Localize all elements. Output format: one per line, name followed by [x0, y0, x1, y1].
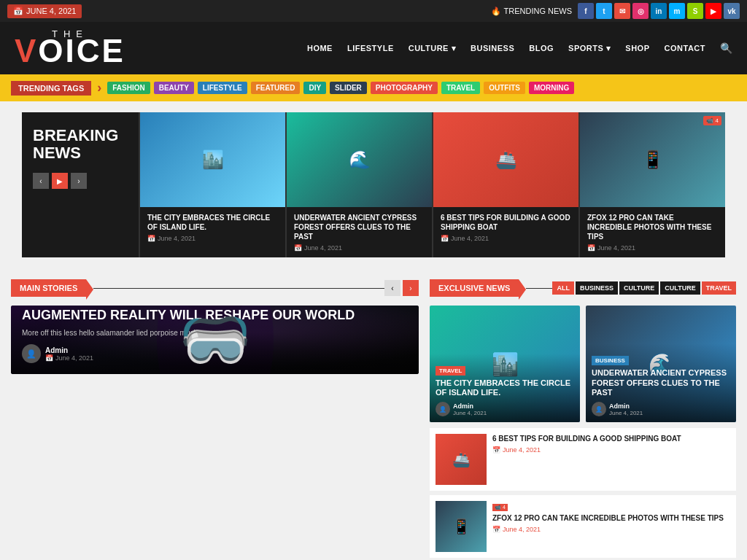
main-stories-prev[interactable]: ‹ — [384, 280, 400, 296]
twitter-icon[interactable]: t — [596, 3, 612, 19]
exclusive-tag-1: TRAVEL — [436, 366, 465, 376]
trending-tags-label: TRENDING TAGS — [11, 81, 91, 96]
breaking-item-3-title: 6 BEST TIPS FOR BUILDING A GOOD SHIPPING… — [441, 213, 571, 232]
exclusive-tag-2: BUSINESS — [592, 356, 629, 365]
breaking-controls: ‹ ▶ › — [33, 173, 128, 189]
tag-diy[interactable]: DIY — [303, 82, 326, 94]
main-stories-arrows: ‹ › — [384, 280, 419, 296]
breaking-item-4[interactable]: 📹 4 📱 ZFOX 12 PRO CAN TAKE INCREDIBLE PH… — [578, 112, 725, 257]
logo[interactable]: THE VOICE — [15, 29, 125, 67]
breaking-item-3[interactable]: 🚢 6 BEST TIPS FOR BUILDING A GOOD SHIPPI… — [432, 112, 578, 257]
exclusive-avatar-2: 👤 — [592, 402, 606, 416]
side-img-1: 🚢 — [436, 434, 487, 485]
filter-business[interactable]: BUSINESS — [576, 281, 618, 295]
vk-icon[interactable]: vk — [724, 3, 740, 19]
fire-icon: 🔥 — [491, 7, 501, 16]
exclusive-news-header: EXCLUSIVE NEWS ALL BUSINESS CULTURE CULT… — [430, 279, 736, 297]
tag-beauty[interactable]: BEAUTY — [154, 82, 194, 94]
breaking-item-1-date: 📅 June 4, 2021 — [147, 235, 278, 242]
side-img-2: 📱 — [436, 501, 487, 552]
search-icon[interactable]: 🔍 — [720, 42, 732, 54]
side-item-2-content: 📹 4 ZFOX 12 PRO CAN TAKE INCREDIBLE PHOT… — [492, 501, 730, 552]
email-icon[interactable]: ✉ — [614, 3, 630, 19]
video-badge: 📹 4 — [703, 116, 721, 125]
main-featured-article[interactable]: 🥽 LIFESTYLE FUTURE PREDICTIONS OF HOW VI… — [11, 306, 419, 374]
side-news-list: 🚢 6 BEST TIPS FOR BUILDING A GOOD SHIPPI… — [430, 428, 736, 560]
side-item-2-date: 📅 June 4, 2021 — [492, 526, 730, 533]
breaking-item-4-title: ZFOX 12 PRO CAN TAKE INCREDIBLE PHOTOS W… — [587, 213, 718, 241]
date-badge: 📅 JUNE 4, 2021 — [7, 4, 82, 18]
tag-travel[interactable]: TRAVEL — [441, 82, 480, 94]
trending-news-label: 🔥 TRENDING NEWS — [491, 7, 573, 16]
breaking-item-1[interactable]: 🏙️ THE CITY EMBRACES THE CIRCLE OF ISLAN… — [139, 112, 285, 257]
header: THE VOICE HOME LIFESTYLE CULTURE ▾ BUSIN… — [0, 22, 747, 74]
nav-culture[interactable]: CULTURE ▾ — [409, 44, 456, 53]
exclusive-filters: ALL BUSINESS CULTURE CULTURE TRAVEL — [552, 281, 736, 295]
tag-slider[interactable]: SLIDER — [330, 82, 367, 94]
side-item-1-title: 6 BEST TIPS FOR BUILDING A GOOD SHIPPING… — [492, 434, 730, 443]
main-stories-header: MAIN STORIES ‹ › — [11, 279, 419, 297]
instagram-icon[interactable]: ◎ — [632, 3, 649, 19]
exclusive-author-name-2: Admin — [609, 402, 643, 410]
side-item-1[interactable]: 🚢 6 BEST TIPS FOR BUILDING A GOOD SHIPPI… — [430, 428, 736, 491]
exclusive-author-info-1: Admin June 4, 2021 — [453, 402, 487, 416]
spotify-icon[interactable]: S — [687, 3, 703, 19]
nav-business[interactable]: BUSINESS — [471, 44, 514, 52]
nav-home[interactable]: HOME — [307, 44, 333, 52]
tag-outfits[interactable]: OUTFITS — [484, 82, 525, 94]
main-stories-next[interactable]: › — [403, 280, 419, 296]
filter-culture-1[interactable]: CULTURE — [619, 281, 659, 295]
breaking-news-container: BREAKINGNEWS ‹ ▶ › 🏙️ THE CITY EMBRACES … — [22, 112, 725, 257]
breaking-item-1-title: THE CITY EMBRACES THE CIRCLE OF ISLAND L… — [147, 213, 278, 232]
breaking-prev-button[interactable]: ‹ — [33, 173, 49, 189]
tag-fashion[interactable]: FASHION — [107, 82, 150, 94]
nav-blog[interactable]: BLOG — [529, 44, 554, 52]
filter-travel[interactable]: TRAVEL — [702, 281, 736, 295]
exclusive-author-2: 👤 Admin June 4, 2021 — [592, 402, 730, 416]
side-item-2[interactable]: 📱 📹 4 ZFOX 12 PRO CAN TAKE INCREDIBLE PH… — [430, 495, 736, 558]
main-content: MAIN STORIES ‹ › — [0, 268, 747, 560]
breaking-item-4-content: ZFOX 12 PRO CAN TAKE INCREDIBLE PHOTOS W… — [580, 207, 725, 257]
breaking-img-2: 🌊 — [287, 112, 432, 207]
trending-text: TRENDING NEWS — [504, 7, 573, 15]
nav-lifestyle[interactable]: LIFESTYLE — [347, 44, 394, 52]
breaking-item-2-title: UNDERWATER ANCIENT CYPRESS FOREST OFFERS… — [294, 213, 425, 241]
breaking-item-4-date: 📅 June 4, 2021 — [587, 244, 718, 252]
side-item-1-date: 📅 June 4, 2021 — [492, 446, 730, 454]
tag-photography[interactable]: PHOTOGRAPHY — [371, 82, 438, 94]
filter-all[interactable]: ALL — [552, 281, 574, 295]
breaking-item-3-date: 📅 June 4, 2021 — [441, 235, 571, 242]
exclusive-item-1[interactable]: 🏙️ TRAVEL THE CITY EMBRACES THE CIRCLE O… — [430, 306, 580, 422]
main-stories-label: MAIN STORIES — [11, 279, 86, 297]
breaking-label: BREAKINGNEWS ‹ ▶ › — [22, 112, 139, 257]
exclusive-author-info-2: Admin June 4, 2021 — [609, 402, 643, 416]
exclusive-title-2: UNDERWATER ANCIENT CYPRESS FOREST OFFERS… — [592, 368, 730, 397]
exclusive-author-date-2: June 4, 2021 — [609, 410, 643, 416]
nav-shop[interactable]: SHOP — [625, 44, 649, 52]
filter-culture-2[interactable]: CULTURE — [660, 281, 700, 295]
two-col-layout: MAIN STORIES ‹ › — [11, 279, 736, 560]
messenger-icon[interactable]: m — [669, 3, 685, 19]
trending-tags-bar: TRENDING TAGS › FASHION BEAUTY LIFESTYLE… — [0, 74, 747, 101]
facebook-icon[interactable]: f — [578, 3, 594, 19]
breaking-news-section: BREAKINGNEWS ‹ ▶ › 🏙️ THE CITY EMBRACES … — [11, 112, 736, 257]
nav-sports[interactable]: SPORTS ▾ — [568, 44, 611, 53]
breaking-play-button[interactable]: ▶ — [52, 173, 68, 189]
social-icons: f t ✉ ◎ in m S ▶ vk — [578, 3, 740, 19]
breaking-img-1: 🏙️ — [140, 112, 285, 207]
tag-featured[interactable]: FEATURED — [251, 82, 301, 94]
breaking-next-button[interactable]: › — [71, 173, 87, 189]
youtube-icon[interactable]: ▶ — [705, 3, 721, 19]
tag-lifestyle[interactable]: LIFESTYLE — [198, 82, 247, 94]
breaking-item-2[interactable]: 🌊 UNDERWATER ANCIENT CYPRESS FOREST OFFE… — [285, 112, 432, 257]
exclusive-item-2[interactable]: 🌊 BUSINESS UNDERWATER ANCIENT CYPRESS FO… — [586, 306, 736, 422]
tag-morning[interactable]: MORNING — [529, 82, 574, 94]
exclusive-author-name-1: Admin — [453, 402, 487, 410]
exclusive-grid: 🏙️ TRAVEL THE CITY EMBRACES THE CIRCLE O… — [430, 306, 736, 422]
linkedin-icon[interactable]: in — [651, 3, 667, 19]
calendar-icon: 📅 — [13, 7, 23, 16]
breaking-title: BREAKINGNEWS — [33, 127, 128, 162]
nav-contact[interactable]: CONTACT — [665, 44, 705, 52]
date-text: JUNE 4, 2021 — [26, 7, 76, 15]
side-item-1-content: 6 BEST TIPS FOR BUILDING A GOOD SHIPPING… — [492, 434, 730, 485]
